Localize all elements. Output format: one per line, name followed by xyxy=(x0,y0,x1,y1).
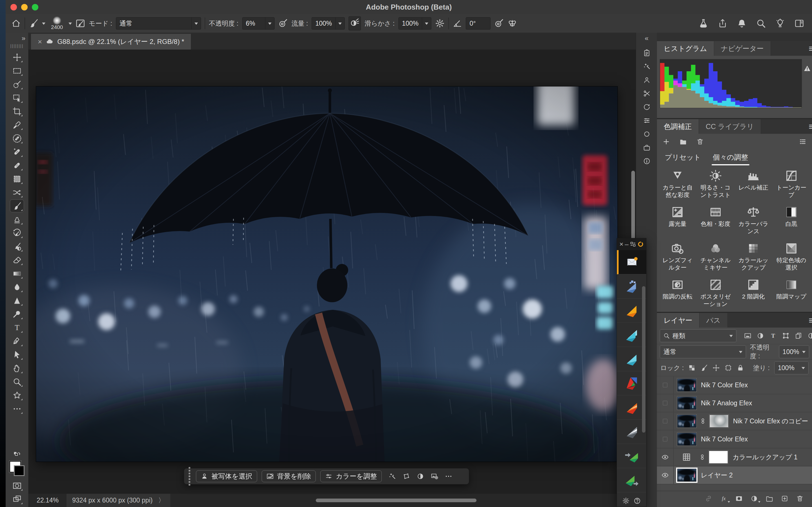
tb-halfcircle-icon[interactable] xyxy=(417,473,424,480)
lock-artboard-icon[interactable] xyxy=(725,364,732,372)
adjustment-group-folder-icon[interactable] xyxy=(679,138,687,145)
delete-adjustment-icon[interactable] xyxy=(696,138,704,145)
nik-minimize-icon[interactable]: – xyxy=(625,240,628,248)
panel-menu-icon[interactable]: ≡ xyxy=(809,121,812,132)
nik-scrollbar[interactable] xyxy=(642,286,645,433)
adjustment-brightness[interactable]: 明るさ・コントラスト xyxy=(697,169,735,200)
layer-row[interactable]: Nik 7 Color Efex xyxy=(657,431,812,448)
add-adjustment-icon[interactable] xyxy=(663,138,670,145)
airbrush-toggle[interactable] xyxy=(349,16,361,31)
layer-filter-select[interactable]: 種類 xyxy=(660,329,737,342)
lock-transparent-icon[interactable] xyxy=(688,364,696,372)
layer-fx-button[interactable]: fx xyxy=(720,495,727,503)
layer-thumbnail-lut[interactable] xyxy=(677,451,696,463)
tool-shuffle[interactable] xyxy=(10,186,24,199)
tool-move[interactable] xyxy=(10,51,24,63)
tool-eyedropper[interactable] xyxy=(10,119,24,131)
close-document-icon[interactable]: × xyxy=(38,38,42,46)
smoothing-input[interactable]: 100% xyxy=(398,17,432,30)
histogram-refresh-warning-icon[interactable] xyxy=(804,65,811,72)
document-info[interactable]: 9324 px x 6000 px (300 ppi) 〉 xyxy=(66,494,170,507)
tool-pen[interactable] xyxy=(10,335,24,347)
adjustment-bw[interactable]: 白黒 xyxy=(772,206,811,236)
layer-visibility-off[interactable] xyxy=(657,412,674,430)
document-canvas[interactable] xyxy=(36,87,617,462)
layer-visibility-off[interactable] xyxy=(657,394,674,412)
link-layers-button[interactable] xyxy=(705,495,712,503)
add-adjustment-circle-button[interactable] xyxy=(751,495,758,503)
brush-preset-icon[interactable] xyxy=(29,18,38,28)
subtab-presets[interactable]: プリセット xyxy=(661,151,705,165)
panel-menu-icon[interactable]: ≡ xyxy=(809,315,812,326)
wand-icon[interactable] xyxy=(643,63,651,70)
clipboard-icon[interactable] xyxy=(643,49,651,57)
layer-mask-thumbnail[interactable] xyxy=(709,451,728,464)
tool-remove[interactable] xyxy=(10,132,24,145)
tool-selection-brush[interactable] xyxy=(10,78,24,91)
tool-more-tools[interactable] xyxy=(10,402,24,415)
tool-frame[interactable] xyxy=(10,173,24,185)
layer-thumbnail[interactable] xyxy=(677,397,696,409)
layer-thumbnail[interactable] xyxy=(677,433,696,446)
nik-mail-item[interactable] xyxy=(617,250,646,274)
list-view-icon[interactable] xyxy=(799,138,806,145)
smoothing-options-gear-icon[interactable] xyxy=(435,18,445,28)
layer-thumbnail[interactable] xyxy=(677,414,696,428)
tb-transform-icon[interactable] xyxy=(403,473,410,480)
new-layer-button[interactable] xyxy=(781,495,788,503)
pressure-opacity-icon[interactable] xyxy=(278,18,288,28)
search-icon[interactable] xyxy=(756,18,766,28)
color-swatches[interactable] xyxy=(9,460,25,476)
filter-adj-icon[interactable] xyxy=(757,332,764,339)
tab-adjustments[interactable]: 色調補正 xyxy=(657,119,699,134)
tab-layers[interactable]: レイヤー xyxy=(657,313,700,328)
chevron-down-icon[interactable] xyxy=(68,22,72,26)
tool-hand[interactable] xyxy=(10,362,24,374)
layer-visibility-off[interactable] xyxy=(657,376,674,394)
tool-clone-stamp[interactable] xyxy=(10,213,24,226)
adjustment-invert[interactable]: 階調の反転 xyxy=(659,278,697,309)
taskbar-button-removebg[interactable]: 背景を削除 xyxy=(262,470,316,482)
chevron-down-icon[interactable] xyxy=(42,22,45,26)
tool-spot-heal[interactable] xyxy=(10,146,24,158)
tab-cc-libraries[interactable]: CC ライブラリ xyxy=(699,119,761,134)
adjustment-colorbalance[interactable]: カラーバランス xyxy=(734,206,772,236)
add-mask-button[interactable] xyxy=(735,495,743,503)
workspace-icon[interactable] xyxy=(795,18,804,28)
tool-history-brush[interactable] xyxy=(10,227,24,239)
lock-pixels-icon[interactable] xyxy=(700,364,708,372)
tool-gradient[interactable] xyxy=(10,267,24,280)
brush-angle-input[interactable]: 0° xyxy=(466,17,491,30)
nik-sharpener-output-item[interactable] xyxy=(617,468,646,492)
layer-row[interactable]: カラールックアップ 1 xyxy=(657,448,812,466)
sliders-icon[interactable] xyxy=(643,117,651,124)
layer-row[interactable]: Nik 7 Color Efex のコピー xyxy=(657,412,812,431)
new-group-button[interactable] xyxy=(766,495,773,503)
libraries-icon[interactable] xyxy=(643,144,651,151)
canvas-horizontal-scrollbar[interactable] xyxy=(316,499,476,502)
tool-direct-select[interactable] xyxy=(10,348,24,361)
zoom-level-field[interactable]: 22.14% xyxy=(37,497,59,504)
layer-mask-thumbnail[interactable] xyxy=(709,414,728,428)
flow-input[interactable]: 100% xyxy=(312,17,345,30)
taskbar-button-person[interactable]: 被写体を選択 xyxy=(196,470,257,482)
tb-addimage-icon[interactable] xyxy=(431,473,438,480)
tool-brush[interactable] xyxy=(10,200,24,212)
home-icon[interactable] xyxy=(11,18,21,28)
tb-more-icon[interactable] xyxy=(445,473,452,480)
status-chevron-icon[interactable]: 〉 xyxy=(158,496,165,505)
color-circle-icon[interactable] xyxy=(643,130,651,138)
layer-row[interactable]: Nik 7 Color Efex xyxy=(657,376,812,394)
nik-help-icon[interactable] xyxy=(633,497,641,504)
layer-opacity-input[interactable]: 100% xyxy=(779,345,809,358)
tool-eraser[interactable] xyxy=(10,254,24,266)
nik-settings-icon[interactable] xyxy=(630,241,636,247)
filter-toggle-icon[interactable] xyxy=(808,332,812,339)
brush-settings-panel-icon[interactable] xyxy=(75,18,85,28)
discover-icon[interactable] xyxy=(775,18,785,28)
nik-close-icon[interactable]: × xyxy=(619,240,623,248)
background-color-swatch[interactable] xyxy=(14,465,24,476)
filter-type-icon[interactable]: T xyxy=(769,332,777,339)
layer-name[interactable]: レイヤー 2 xyxy=(701,471,733,480)
info-icon[interactable] xyxy=(643,158,651,165)
